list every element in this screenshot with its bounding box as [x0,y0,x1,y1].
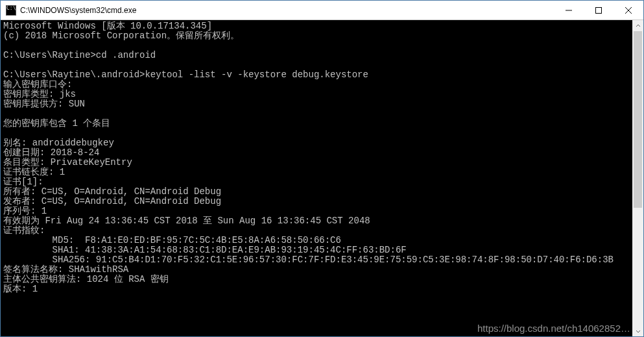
maximize-icon [595,7,602,14]
app-icon: C:\. [6,5,16,16]
window-controls [554,1,643,19]
window-title: C:\WINDOWS\system32\cmd.exe [20,6,554,15]
maximize-button[interactable] [584,1,614,19]
scroll-up-button[interactable] [632,20,643,31]
svg-rect-1 [596,7,602,13]
window-titlebar: C:\. C:\WINDOWS\system32\cmd.exe [1,1,643,20]
minimize-icon [566,7,572,14]
scroll-down-button[interactable] [632,325,643,336]
close-icon [625,7,632,14]
vertical-scrollbar[interactable] [632,20,643,336]
scrollbar-track[interactable] [632,31,643,325]
scrollbar-thumb[interactable] [634,31,642,208]
minimize-button[interactable] [554,1,584,19]
close-button[interactable] [614,1,643,19]
chevron-up-icon [636,23,641,29]
chevron-down-icon [636,329,641,334]
terminal-output[interactable]: Microsoft Windows [版本 10.0.17134.345] (c… [1,20,643,336]
